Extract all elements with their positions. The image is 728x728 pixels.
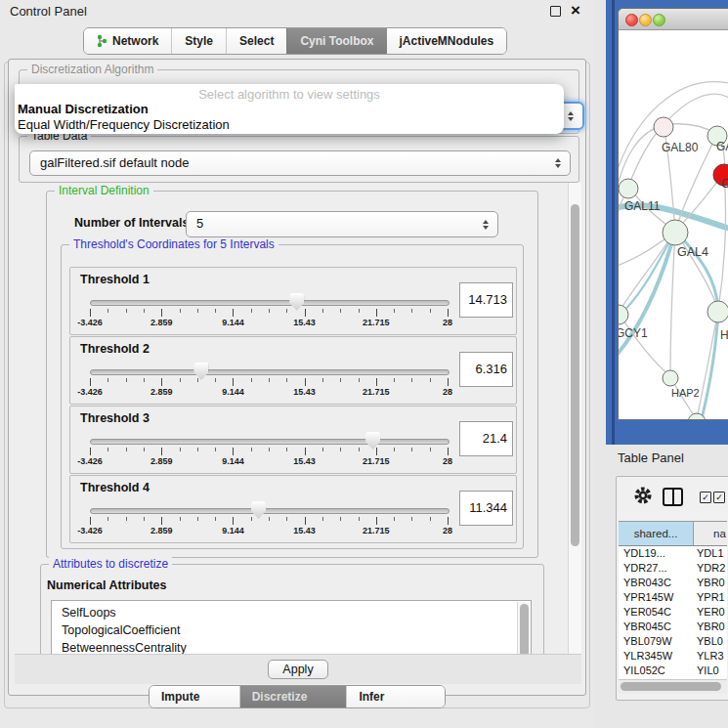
threshold-slider[interactable]: -3.4262.8599.14415.4321.71528 [90,432,448,471]
table-cell[interactable]: YDL1 [693,546,727,561]
slider-tick [215,517,216,521]
table-row[interactable]: YIL052CYIL0 [619,664,727,678]
slider-tick [376,309,377,317]
table-data-combobox[interactable]: galFiltered.sif default node [29,150,571,176]
node-gal80[interactable] [654,117,673,137]
table-cell[interactable]: YBR043C [619,576,693,590]
table-cell[interactable]: YLR3 [693,649,727,664]
slider-tick [359,517,360,521]
list-scrollbar[interactable] [517,602,530,654]
tab-style[interactable]: Style [171,28,226,54]
slider-tick [126,517,127,521]
table-row[interactable]: YBR045CYBR0 [619,620,727,634]
slider-track[interactable] [90,369,450,375]
close-traffic-light-icon[interactable] [625,14,638,26]
zoom-traffic-light-icon[interactable] [653,14,665,26]
table-cell[interactable]: YLR345W [619,649,693,664]
slider-track[interactable] [90,300,450,306]
numerical-attributes-list[interactable]: SelfLoopsTopologicalCoefficientBetweenne… [51,600,532,654]
slider-tick [286,309,287,313]
gear-icon[interactable] [632,485,654,506]
tab-jactivemnodules[interactable]: jActiveMNodules [387,28,507,54]
node-right[interactable] [707,301,728,322]
table-row[interactable]: YDR27...YDR2 [619,561,727,576]
table-cell[interactable]: YIL0 [693,664,727,678]
network-canvas[interactable]: GAL80 GA C GAL11 GAL4 GCY1 H HAP2 [619,30,728,419]
slider-tick [107,378,108,382]
node-hap2[interactable] [663,370,678,386]
checkbox-icon[interactable]: ✓ [713,492,725,503]
table-cell[interactable]: YBR045C [619,620,693,634]
checkbox-icon[interactable]: ✓ [700,492,711,503]
popup-option[interactable]: Manual Discretization [18,102,149,116]
slider-scale-label: 28 [443,526,452,535]
minimize-traffic-light-icon[interactable] [639,14,652,26]
node-gal11[interactable] [619,179,638,198]
table-cell[interactable]: YBL0 [693,634,727,649]
threshold-value-field[interactable]: 21.4 [459,421,513,456]
list-item[interactable]: TopologicalCoefficient [52,621,531,639]
slider-scale-label: 9.144 [222,387,244,397]
list-item[interactable]: SelfLoops [52,604,531,621]
table-cell[interactable]: YBR0 [693,576,727,590]
slider-tick [144,309,145,313]
table-cell[interactable]: YPR1 [693,590,727,605]
list-item[interactable]: BetweennessCentrality [52,639,531,654]
table-cell[interactable]: YBR0 [693,620,727,634]
slider-track[interactable] [90,439,450,445]
scrollbar-thumb[interactable] [520,604,529,654]
slider-track[interactable] [90,508,450,514]
column-header-shared-name[interactable]: shared... [619,522,694,545]
scrollbar-thumb[interactable] [571,204,579,546]
group-title: Threshold's Coordinates for 5 Intervals [69,237,278,251]
slider-tick [411,517,412,521]
popup-option[interactable]: Equal Width/Frequency Discretization [18,117,230,132]
slider-tick [359,448,360,451]
slider-tick [448,378,449,386]
close-icon[interactable]: × [571,0,580,21]
slider-tick [340,448,341,451]
table-cell[interactable]: YER054C [619,605,693,620]
table-cell[interactable]: YDR27... [619,561,693,576]
tab-select[interactable]: Select [226,28,286,54]
tab-discretize-data[interactable]: Discretize Data [239,686,347,707]
table-hscrollbar[interactable] [619,679,727,694]
table-cell[interactable]: YBL079W [619,634,693,649]
node-label: GAL80 [662,141,699,154]
threshold-slider[interactable]: -3.4262.8599.14415.4321.71528 [90,363,448,402]
apply-button[interactable]: Apply [268,660,327,679]
split-view-icon[interactable] [663,488,683,506]
table-cell[interactable]: YPR145W [619,590,693,605]
slider-scale-label: 21.715 [363,526,390,535]
slider-tick [251,517,252,521]
table-row[interactable]: YBL079WYBL0 [619,634,727,649]
tab-infer-network[interactable]: Infer Network [346,686,445,707]
num-intervals-spinner[interactable]: 5 [186,211,498,237]
threshold-slider[interactable]: -3.4262.8599.14415.4321.71528 [90,293,448,332]
tab-impute-data[interactable]: Impute Data [150,686,239,707]
column-header-name[interactable]: na [694,522,727,545]
threshold-value-field[interactable]: 14.713 [459,282,513,318]
table-row[interactable]: YBR043CYBR0 [619,576,727,590]
table-row[interactable]: YLR345WYLR3 [619,649,727,664]
table-cell[interactable]: YDR2 [693,561,727,576]
table-cell[interactable]: YIL052C [619,664,693,678]
threshold-value-field[interactable]: 6.316 [459,352,513,387]
float-window-icon[interactable] [550,6,561,17]
tab-network[interactable]: Network [84,28,171,54]
table-row[interactable]: YER054CYER0 [619,605,727,620]
table-cell[interactable]: YER0 [693,605,727,620]
threshold-value-field[interactable]: 11.344 [459,491,513,526]
threshold-panel: Threshold 3 -3.4262.8599.14415.4321.7152… [69,406,517,474]
slider-tick [90,309,91,317]
tab-cyni-toolbox[interactable]: Cyni Toolbox [286,28,386,54]
threshold-panel: Threshold 4 -3.4262.8599.14415.4321.7152… [69,475,517,543]
scrollbar-thumb[interactable] [621,682,721,691]
table-cell[interactable]: YDL19... [619,546,693,561]
slider-scale-label: 9.144 [222,456,244,466]
threshold-slider[interactable]: -3.4262.8599.14415.4321.71528 [90,501,448,540]
table-row[interactable]: YPR145WYPR1 [619,590,727,605]
node-gal4[interactable] [663,220,688,245]
table-row[interactable]: YDL19...YDL1 [619,546,727,561]
settings-scrollbar[interactable] [568,183,581,654]
